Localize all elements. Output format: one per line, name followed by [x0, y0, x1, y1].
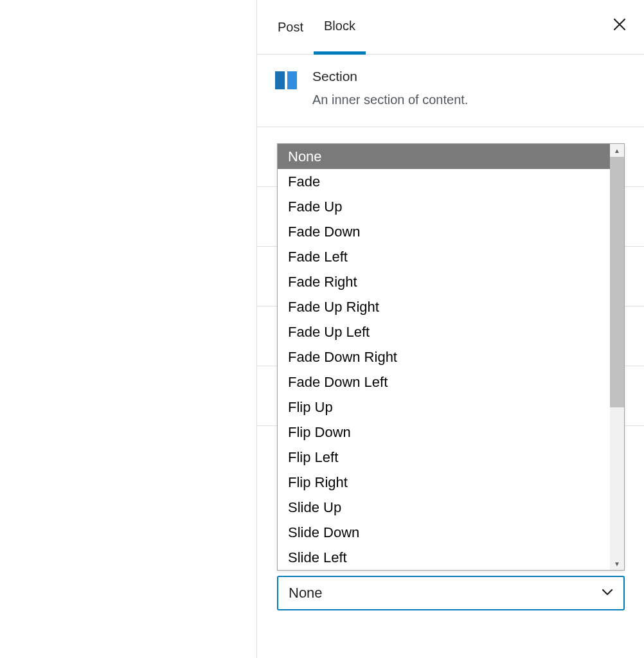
settings-sidebar: Post Block Section An inner section of c… — [256, 0, 644, 658]
close-icon — [612, 17, 627, 36]
listbox-option-slide-down[interactable]: Slide Down — [278, 520, 610, 545]
listbox-option-fade-right[interactable]: Fade Right — [278, 269, 610, 294]
close-settings-button[interactable] — [612, 17, 627, 35]
settings-tabs: Post Block — [257, 0, 644, 55]
section-block-icon — [275, 71, 298, 91]
block-header: Section An inner section of content. — [257, 55, 644, 127]
listbox-option-flip-right[interactable]: Flip Right — [278, 470, 610, 495]
listbox-options-container: None Fade Fade Up Fade Down Fade Left Fa… — [278, 144, 610, 570]
svg-rect-1 — [287, 71, 297, 89]
listbox-option-fade-down-right[interactable]: Fade Down Right — [278, 344, 610, 369]
listbox-option-fade-down-left[interactable]: Fade Down Left — [278, 369, 610, 395]
animation-select-value: None — [289, 585, 323, 601]
svg-rect-0 — [275, 71, 285, 89]
block-description: An inner section of content. — [312, 91, 468, 109]
listbox-option-fade-down[interactable]: Fade Down — [278, 219, 610, 244]
listbox-option-fade-up-left[interactable]: Fade Up Left — [278, 319, 610, 344]
listbox-option-fade-up-right[interactable]: Fade Up Right — [278, 294, 610, 319]
animation-options-listbox[interactable]: None Fade Fade Up Fade Down Fade Left Fa… — [277, 143, 625, 571]
scrollbar-thumb[interactable] — [610, 157, 624, 407]
listbox-option-slide-left[interactable]: Slide Left — [278, 545, 610, 570]
listbox-scrollbar[interactable]: ▲ ▼ — [610, 144, 624, 570]
listbox-option-flip-down[interactable]: Flip Down — [278, 420, 610, 445]
listbox-option-fade-up[interactable]: Fade Up — [278, 194, 610, 219]
listbox-option-fade[interactable]: Fade — [278, 169, 610, 194]
scrollbar-up-arrow-icon[interactable]: ▲ — [610, 144, 624, 157]
listbox-option-none[interactable]: None — [278, 144, 610, 169]
tab-block[interactable]: Block — [314, 1, 366, 55]
animation-select[interactable]: None — [277, 576, 625, 610]
block-title: Section — [312, 69, 468, 84]
scrollbar-down-arrow-icon[interactable]: ▼ — [610, 557, 624, 570]
listbox-option-flip-left[interactable]: Flip Left — [278, 445, 610, 470]
block-header-text: Section An inner section of content. — [312, 69, 468, 109]
tab-post[interactable]: Post — [267, 2, 314, 53]
listbox-option-fade-left[interactable]: Fade Left — [278, 244, 610, 269]
listbox-option-flip-up[interactable]: Flip Up — [278, 395, 610, 420]
panel-sections: None Fade Fade Up Fade Down Fade Left Fa… — [257, 127, 644, 658]
chevron-down-icon — [602, 587, 613, 599]
listbox-option-slide-up[interactable]: Slide Up — [278, 495, 610, 520]
